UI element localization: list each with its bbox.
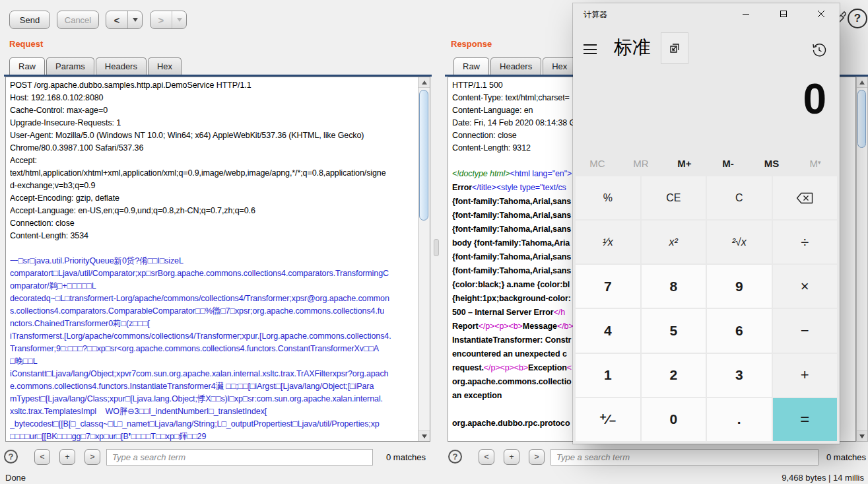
request-search-input[interactable]	[106, 449, 373, 466]
request-payload-line: mTypest□[Ljava/lang/Class;xpur□[Ljava.la…	[10, 393, 417, 405]
scroll-down-icon[interactable]	[418, 431, 430, 441]
request-lines: POST /org.apache.dubbo.samples.http.api.…	[10, 79, 417, 441]
request-panel-title: Request	[9, 39, 43, 49]
key-add[interactable]: +	[773, 354, 838, 397]
request-tab-raw[interactable]: Raw	[9, 57, 45, 75]
request-header-line: Accept-Encoding: gzip, deflate	[10, 192, 417, 205]
key-equals[interactable]: =	[773, 398, 838, 441]
calculator-mode-title: 标准	[614, 35, 651, 60]
response-search-options-button[interactable]: +	[504, 449, 519, 465]
response-panel-title: Response	[451, 39, 492, 49]
request-header-line: Accept:	[10, 155, 417, 167]
panel-splitter[interactable]	[434, 239, 439, 256]
key-five[interactable]: 5	[642, 309, 706, 352]
calculator-keypad: %CEC¹⁄xx²²√x÷789×456−123+⁺⁄₋0.=	[576, 176, 837, 441]
response-search-prev-button[interactable]: <	[479, 449, 494, 465]
key-square-root[interactable]: ²√x	[707, 221, 772, 263]
request-editor[interactable]: POST /org.apache.dubbo.samples.http.api.…	[5, 77, 430, 442]
memory-store[interactable]: MS	[750, 154, 793, 173]
status-text: Done	[5, 473, 26, 483]
prev-dropdown-arrow-icon[interactable]	[128, 11, 142, 28]
request-payload-line: decoratedq~□L□transformert-Lorg/apache/c…	[10, 293, 417, 305]
memory-add[interactable]: M+	[663, 154, 706, 173]
response-tab-hex[interactable]: Hex	[543, 57, 576, 75]
key-divide[interactable]: ÷	[773, 221, 838, 263]
help-icon[interactable]: ?	[848, 9, 867, 28]
maximize-button[interactable]	[764, 3, 802, 24]
key-nine[interactable]: 9	[707, 265, 772, 308]
request-header-line: Content-Length: 3534	[10, 230, 417, 242]
scroll-down-icon[interactable]	[857, 431, 867, 441]
key-three[interactable]: 3	[707, 354, 772, 397]
key-multiply[interactable]: ×	[773, 265, 838, 308]
key-seven[interactable]: 7	[576, 265, 640, 308]
key-two[interactable]: 2	[642, 354, 706, 397]
next-request-button[interactable]: >	[150, 11, 187, 29]
key-clear-entry[interactable]: CE	[642, 176, 706, 219]
key-clear[interactable]: C	[707, 176, 772, 219]
burp-repeater-screen: Send Cancel < > ? Request RawParamsHeade…	[0, 0, 868, 484]
scroll-up-icon[interactable]	[857, 77, 867, 88]
key-subtract[interactable]: −	[773, 309, 838, 352]
request-tab-headers[interactable]: Headers	[96, 57, 147, 75]
key-negate[interactable]: ⁺⁄₋	[576, 398, 640, 441]
response-tab-raw[interactable]: Raw	[453, 57, 489, 75]
next-request-label: >	[150, 11, 172, 28]
memory-recall[interactable]: MR	[619, 154, 663, 173]
request-payload-line: nctors.ChainedTransformer0莉□(z□□□[	[10, 318, 417, 330]
request-header-line: Connection: close	[10, 217, 417, 230]
request-tab-hex[interactable]: Hex	[148, 57, 182, 75]
request-header-line: Upgrade-Insecure-Requests: 1	[10, 117, 417, 129]
search-help-icon[interactable]: ?	[4, 450, 18, 464]
history-icon[interactable]	[809, 40, 829, 60]
response-size-time: 9,468 bytes | 14 millis	[782, 473, 864, 483]
key-backspace[interactable]	[773, 176, 838, 219]
key-eight[interactable]: 8	[642, 265, 706, 308]
request-header-line: Chrome/80.0.3987.100 Safari/537.36	[10, 142, 417, 155]
request-scrollbar[interactable]	[418, 77, 430, 441]
key-four[interactable]: 4	[576, 309, 640, 352]
key-reciprocal[interactable]: ¹⁄x	[576, 221, 640, 263]
response-search-input[interactable]	[551, 449, 818, 466]
request-header-line: d-exchange;v=b3;q=0.9	[10, 180, 417, 192]
menu-icon[interactable]	[584, 44, 597, 54]
request-search-matches: 0 matches	[386, 452, 426, 462]
request-payload-line: comparatort□Ljava/util/Comparator;xp□srB…	[10, 267, 417, 280]
keep-on-top-icon[interactable]	[661, 32, 688, 64]
key-percent[interactable]: %	[576, 176, 640, 219]
key-one[interactable]: 1	[576, 354, 640, 397]
request-tab-params[interactable]: Params	[46, 57, 94, 75]
send-button[interactable]: Send	[9, 11, 50, 29]
request-search-next-button[interactable]: >	[84, 449, 100, 465]
response-scrollbar[interactable]	[856, 77, 868, 442]
response-search-matches: 0 matches	[826, 452, 866, 462]
prev-request-label: <	[106, 11, 128, 28]
key-zero[interactable]: 0	[642, 398, 706, 441]
prev-request-button[interactable]: <	[106, 11, 143, 29]
calculator-window-title: 计算器	[584, 9, 607, 20]
key-square[interactable]: x²	[642, 221, 706, 263]
response-scrollbar-thumb[interactable]	[857, 90, 866, 148]
request-scrollbar-thumb[interactable]	[419, 90, 428, 221]
request-header-line: POST /org.apache.dubbo.samples.http.api.…	[10, 79, 417, 92]
request-search-prev-button[interactable]: <	[34, 449, 50, 465]
memory-clear[interactable]: MC	[576, 154, 619, 173]
request-header-line: Cache-Control: max-age=0	[10, 104, 417, 117]
memory-subtract[interactable]: M-	[706, 154, 750, 173]
memory-row: MCMRM+M-MSM▾	[576, 154, 837, 173]
response-search-next-button[interactable]: >	[529, 449, 545, 465]
close-button[interactable]	[802, 3, 840, 24]
next-dropdown-arrow-icon[interactable]	[172, 11, 186, 28]
memory-flyout[interactable]: M▾	[793, 154, 837, 173]
search-help-icon[interactable]: ?	[448, 450, 462, 464]
cancel-button[interactable]: Cancel	[57, 11, 99, 29]
key-six[interactable]: 6	[707, 309, 772, 352]
scroll-up-icon[interactable]	[418, 77, 430, 88]
request-payload-line: Transformer;9□:□□□?□□xp□sr<org.apache.co…	[10, 343, 417, 355]
request-search-options-button[interactable]: +	[59, 449, 75, 465]
key-decimal[interactable]: .	[707, 398, 772, 441]
minimize-button[interactable]	[727, 3, 764, 24]
response-tab-headers[interactable]: Headers	[490, 57, 541, 75]
request-payload-line: □晚□□L	[10, 355, 417, 368]
request-header-line: User-Agent: Mozilla/5.0 (Windows NT 10.0…	[10, 129, 417, 142]
